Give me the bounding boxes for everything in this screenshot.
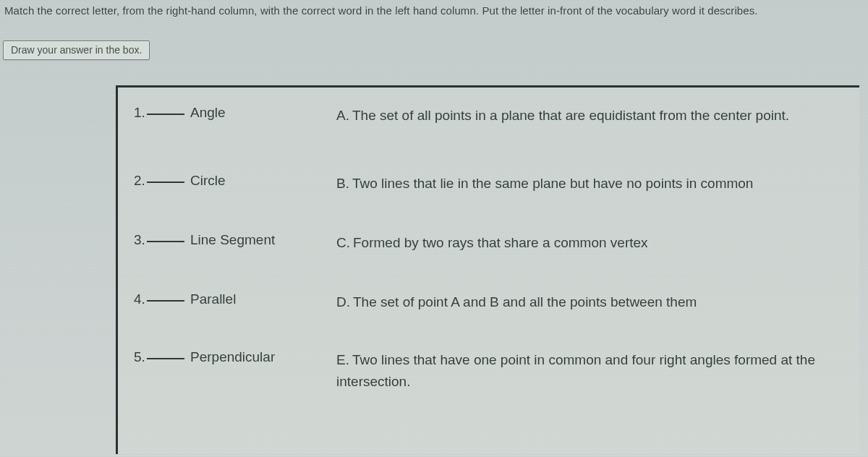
item-number: 3. — [134, 232, 147, 248]
choice-definition: The set of point A and B and all the poi… — [353, 294, 697, 309]
choice-letter: C. — [336, 235, 350, 250]
definition-text: A.The set of all points in a plane that … — [336, 105, 846, 127]
choice-letter: B. — [336, 176, 349, 191]
vocab-term: Angle — [190, 105, 226, 121]
choice-letter: D. — [336, 294, 350, 309]
draw-answer-button[interactable]: Draw your answer in the box. — [3, 40, 150, 60]
vocab-left: 3. Line Segment — [134, 232, 336, 248]
choice-letter: E. — [336, 352, 349, 367]
instruction-text: Match the correct letter, from the right… — [4, 3, 865, 19]
definition-text: E.Two lines that have one point in commo… — [336, 349, 846, 393]
choice-definition: Two lines that lie in the same plane but… — [352, 176, 754, 191]
vocab-term: Circle — [190, 173, 226, 189]
definition-text: C.Formed by two rays that share a common… — [336, 232, 846, 254]
item-number: 2. — [134, 173, 147, 189]
item-number: 1. — [134, 105, 147, 121]
vocab-left: 2. Circle — [134, 173, 336, 189]
worksheet-container: Match the correct letter, from the right… — [0, 0, 868, 457]
match-row: 1. Angle A.The set of all points in a pl… — [134, 105, 846, 127]
answer-frame[interactable]: 1. Angle A.The set of all points in a pl… — [116, 85, 859, 454]
vocab-term: Line Segment — [190, 232, 275, 248]
answer-blank[interactable] — [147, 114, 184, 115]
vocab-left: 5. Perpendicular — [134, 349, 336, 365]
item-number: 5. — [134, 349, 147, 365]
definition-text: D.The set of point A and B and all the p… — [336, 291, 846, 313]
match-row: 2. Circle B.Two lines that lie in the sa… — [134, 173, 846, 195]
choice-letter: A. — [336, 108, 349, 123]
vocab-term: Parallel — [190, 291, 236, 307]
vocab-left: 1. Angle — [134, 105, 336, 121]
choice-definition: Two lines that have one point in common … — [336, 352, 815, 389]
match-row: 5. Perpendicular E.Two lines that have o… — [134, 349, 846, 393]
choice-definition: Formed by two rays that share a common v… — [353, 235, 648, 250]
definition-text: B.Two lines that lie in the same plane b… — [336, 173, 846, 195]
vocab-left: 4. Parallel — [134, 291, 336, 307]
match-row: 4. Parallel D.The set of point A and B a… — [134, 291, 846, 313]
vocab-term: Perpendicular — [190, 349, 275, 365]
answer-blank[interactable] — [147, 358, 184, 359]
answer-blank[interactable] — [147, 241, 184, 242]
match-row: 3. Line Segment C.Formed by two rays tha… — [134, 232, 846, 254]
answer-blank[interactable] — [147, 300, 184, 302]
item-number: 4. — [134, 291, 147, 307]
choice-definition: The set of all points in a plane that ar… — [352, 108, 789, 123]
answer-blank[interactable] — [147, 181, 184, 183]
